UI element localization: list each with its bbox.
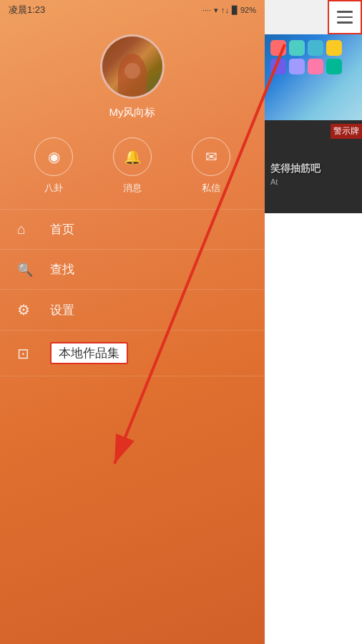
menu-item-local-works[interactable]: ⊡ 本地作品集: [0, 330, 265, 376]
app-icon-8: [326, 59, 342, 74]
mail-icon-circle: ✉: [192, 137, 230, 176]
local-works-label: 本地作品集: [50, 342, 128, 364]
main-container: 凌晨1:23 ···· ▾ ↑↓ ▉ 92% My风向标 ◉: [0, 0, 362, 644]
avatar-image: [102, 36, 162, 97]
app-icon-4: [326, 40, 342, 56]
app-icon-1: [270, 40, 286, 56]
action-message[interactable]: 🔔 消息: [113, 137, 152, 195]
app-grid: [270, 40, 342, 74]
quick-actions: ◉ 八卦 🔔 消息 ✉ 私信: [0, 130, 265, 209]
app-icon-7: [308, 59, 323, 74]
message-label: 消息: [123, 182, 142, 195]
username: My风向标: [109, 106, 156, 119]
status-icons: ···· ▾ ↑↓ ▉ 92%: [202, 6, 256, 15]
app-icon-2: [289, 40, 305, 56]
warning-badge: 警示牌: [331, 124, 362, 139]
gossip-icon: ◉: [48, 148, 60, 165]
hamburger-button[interactable]: [328, 0, 362, 34]
menu-list: ⌂ 首页 🔍 查找 ⚙ 设置 ⊡ 本地作品集: [0, 209, 265, 376]
network-icon: ↑↓: [221, 6, 229, 14]
app-icon-3: [308, 40, 323, 56]
wifi-icon: ▾: [214, 6, 218, 15]
mail-label: 私信: [202, 182, 220, 195]
status-bar: 凌晨1:23 ···· ▾ ↑↓ ▉ 92%: [0, 0, 265, 20]
hamburger-line-3: [337, 21, 353, 24]
hamburger-line-1: [337, 11, 353, 13]
home-label: 首页: [50, 221, 74, 238]
gossip-label: 八卦: [44, 182, 63, 195]
thumb-sub-text: At: [270, 177, 356, 186]
bell-icon: 🔔: [124, 148, 142, 165]
battery-icon: ▉: [232, 6, 238, 15]
right-panel-blank: [265, 213, 362, 644]
mail-icon: ✉: [205, 148, 217, 165]
thumb-main-text: 笑得抽筋吧: [270, 162, 356, 175]
hamburger-line-2: [337, 16, 353, 19]
gossip-icon-circle: ◉: [34, 137, 73, 176]
menu-item-settings[interactable]: ⚙ 设置: [0, 289, 265, 330]
battery-percent: 92%: [240, 6, 256, 14]
thumb-text-overlay: 警示牌 笑得抽筋吧 At: [265, 120, 362, 213]
app-icon-5: [270, 59, 286, 74]
profile-section: My风向标: [0, 20, 265, 130]
app-icon-6: [289, 59, 305, 74]
home-icon: ⌂: [17, 221, 39, 238]
action-mail[interactable]: ✉ 私信: [192, 137, 230, 195]
menu-item-search[interactable]: 🔍 查找: [0, 249, 265, 289]
action-gossip[interactable]: ◉ 八卦: [34, 137, 73, 195]
sidebar: 凌晨1:23 ···· ▾ ↑↓ ▉ 92% My风向标 ◉: [0, 0, 265, 644]
thumbnail-bottom: 警示牌 笑得抽筋吧 At: [265, 120, 362, 213]
signal-icon: ····: [202, 6, 211, 14]
status-time: 凌晨1:23: [9, 4, 45, 16]
search-label: 查找: [50, 261, 74, 278]
settings-icon: ⚙: [17, 301, 39, 318]
right-panel: 警示牌 笑得抽筋吧 At: [265, 0, 362, 644]
settings-label: 设置: [50, 302, 74, 318]
avatar[interactable]: [100, 34, 165, 99]
menu-item-home[interactable]: ⌂ 首页: [0, 209, 265, 249]
thumbnail-top: [265, 34, 362, 120]
search-icon: 🔍: [17, 262, 39, 278]
message-icon-circle: 🔔: [113, 137, 152, 176]
folder-icon: ⊡: [17, 345, 39, 362]
